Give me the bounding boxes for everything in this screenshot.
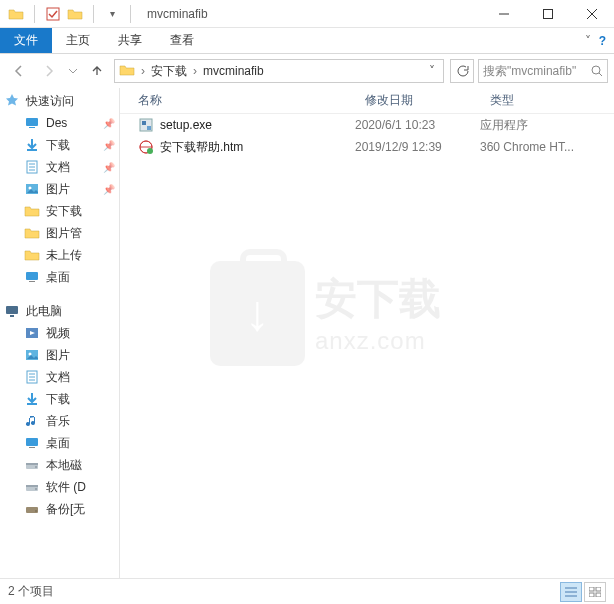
svg-rect-34 (26, 485, 38, 487)
watermark: 安下载 anxz.com (210, 238, 510, 388)
pic-icon (24, 181, 40, 197)
nav-item[interactable]: 本地磁 (0, 454, 119, 476)
folder-small-icon[interactable] (67, 6, 83, 22)
search-placeholder: 搜索"mvcminafib" (483, 63, 587, 80)
nav-item[interactable]: 下载📌 (0, 134, 119, 156)
chevron-right-icon[interactable]: › (191, 64, 199, 78)
back-button[interactable] (6, 58, 32, 84)
svg-point-32 (35, 466, 37, 468)
svg-point-37 (35, 510, 37, 512)
file-row[interactable]: setup.exe2020/6/1 10:23应用程序 (120, 114, 614, 136)
chevron-right-icon[interactable]: › (139, 64, 147, 78)
htm-icon (138, 139, 154, 155)
svg-rect-18 (6, 306, 18, 314)
refresh-button[interactable] (450, 59, 474, 83)
pin-icon: 📌 (103, 140, 115, 151)
svg-line-6 (599, 73, 602, 76)
file-row[interactable]: 安下载帮助.htm2019/12/9 12:39360 Chrome HT... (120, 136, 614, 158)
tab-file[interactable]: 文件 (0, 28, 52, 53)
window-title: mvcminafib (147, 7, 208, 21)
nav-item-label: 下载 (46, 391, 70, 408)
svg-rect-48 (589, 593, 594, 597)
tab-home[interactable]: 主页 (52, 28, 104, 53)
svg-rect-8 (29, 127, 35, 128)
nav-quick-access[interactable]: 快速访问 (0, 90, 119, 112)
minimize-button[interactable] (482, 0, 526, 28)
nav-item[interactable]: 图片 (0, 344, 119, 366)
nav-item-label: 桌面 (46, 269, 70, 286)
breadcrumb-seg-2[interactable]: mvcminafib (199, 64, 268, 78)
nav-item[interactable]: 图片📌 (0, 178, 119, 200)
nav-item-label: 安下载 (46, 203, 82, 220)
pin-icon: 📌 (103, 162, 115, 173)
nav-item-label: 未上传 (46, 247, 82, 264)
history-dropdown-icon[interactable] (66, 58, 80, 84)
file-list[interactable]: 名称 修改日期 类型 setup.exe2020/6/1 10:23应用程序安下… (120, 88, 614, 578)
tab-share[interactable]: 共享 (104, 28, 156, 53)
nav-item[interactable]: 软件 (D (0, 476, 119, 498)
ribbon-expand-icon[interactable]: ˅ (585, 34, 591, 48)
breadcrumb-seg-1[interactable]: 安下载 (147, 63, 191, 80)
status-bar: 2 个项目 (0, 578, 614, 604)
column-date[interactable]: 修改日期 (355, 92, 480, 109)
svg-rect-16 (26, 272, 38, 280)
nav-item[interactable]: 音乐 (0, 410, 119, 432)
nav-item[interactable]: 视频 (0, 322, 119, 344)
nav-item[interactable]: 安下载 (0, 200, 119, 222)
nav-item[interactable]: 备份[无 (0, 498, 119, 520)
column-name[interactable]: 名称 (120, 92, 355, 109)
nav-this-pc[interactable]: 此电脑 (0, 300, 119, 322)
pc-icon (4, 303, 20, 319)
svg-rect-46 (589, 587, 594, 591)
desktop-icon (24, 115, 40, 131)
nav-item[interactable]: 文档📌 (0, 156, 119, 178)
folder-icon (24, 247, 40, 263)
svg-rect-0 (47, 8, 59, 20)
nav-item-label: 软件 (D (46, 479, 86, 496)
folder-icon (8, 6, 24, 22)
svg-rect-36 (26, 507, 38, 513)
search-icon (591, 65, 603, 77)
checkbox-icon[interactable] (45, 6, 61, 22)
column-headers[interactable]: 名称 修改日期 类型 (120, 88, 614, 114)
nav-item-label: 图片管 (46, 225, 82, 242)
help-icon[interactable]: ? (599, 34, 606, 48)
nav-item[interactable]: Des📌 (0, 112, 119, 134)
icons-view-button[interactable] (584, 582, 606, 602)
nav-item[interactable]: 下载 (0, 388, 119, 410)
navigation-pane[interactable]: 快速访问Des📌下载📌文档📌图片📌安下载图片管未上传桌面 此电脑视频图片文档下载… (0, 88, 120, 578)
nav-item[interactable]: 文档 (0, 366, 119, 388)
address-bar: › 安下载 › mvcminafib ˅ 搜索"mvcminafib" (0, 54, 614, 88)
ribbon: 文件 主页 共享 查看 ˅ ? (0, 28, 614, 54)
nav-item[interactable]: 桌面 (0, 432, 119, 454)
close-button[interactable] (570, 0, 614, 28)
desktop2-icon (24, 269, 40, 285)
nav-item[interactable]: 桌面 (0, 266, 119, 288)
svg-point-35 (35, 488, 37, 490)
maximize-button[interactable] (526, 0, 570, 28)
details-view-button[interactable] (560, 582, 582, 602)
nav-item[interactable]: 未上传 (0, 244, 119, 266)
file-type: 360 Chrome HT... (480, 140, 614, 154)
video-icon (24, 325, 40, 341)
svg-point-22 (29, 353, 32, 356)
file-name: setup.exe (160, 118, 212, 132)
doc-icon (24, 369, 40, 385)
search-input[interactable]: 搜索"mvcminafib" (478, 59, 608, 83)
qat-dropdown-icon[interactable]: ▾ (104, 6, 120, 22)
up-button[interactable] (84, 58, 110, 84)
forward-button[interactable] (36, 58, 62, 84)
column-type[interactable]: 类型 (480, 92, 614, 109)
tab-view[interactable]: 查看 (156, 28, 208, 53)
title-separator (130, 5, 131, 23)
svg-rect-31 (26, 463, 38, 465)
breadcrumb[interactable]: › 安下载 › mvcminafib ˅ (114, 59, 444, 83)
desktop2-icon (24, 435, 40, 451)
nav-item-label: 视频 (46, 325, 70, 342)
svg-rect-40 (147, 126, 151, 130)
pin-icon: 📌 (103, 184, 115, 195)
breadcrumb-dropdown-icon[interactable]: ˅ (423, 64, 441, 78)
nav-item[interactable]: 图片管 (0, 222, 119, 244)
download-icon (24, 137, 40, 153)
svg-rect-49 (596, 593, 601, 597)
